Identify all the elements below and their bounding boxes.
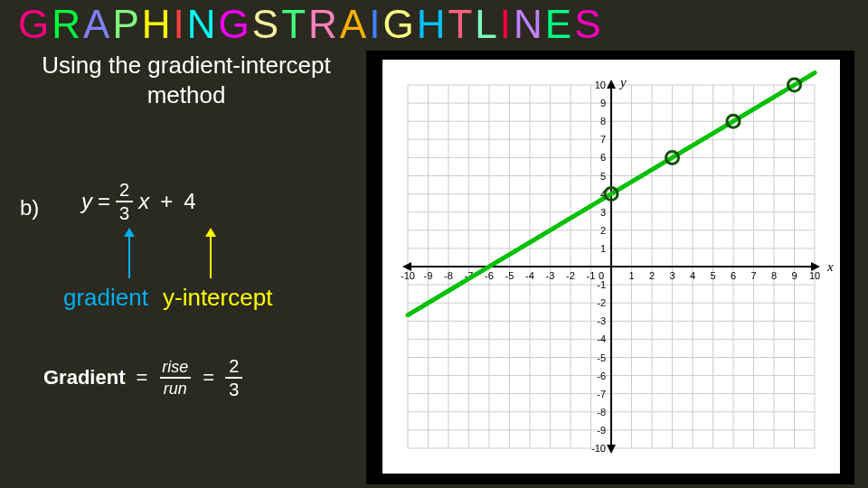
svg-text:5: 5: [600, 171, 606, 182]
three: 3: [225, 377, 242, 399]
svg-text:-2: -2: [566, 270, 575, 281]
arrow-gradient: [128, 235, 130, 278]
label-gradient: gradient: [63, 284, 148, 312]
svg-text:-2: -2: [597, 297, 606, 308]
svg-text:-9: -9: [424, 270, 433, 281]
svg-text:-10: -10: [591, 443, 606, 454]
graph-plot: -10-9-8-7-6-5-4-3-2-112345678910-10-9-8-…: [382, 60, 840, 474]
two: 2: [225, 357, 242, 377]
svg-text:3: 3: [600, 207, 606, 218]
equation-c: 4: [184, 189, 195, 214]
svg-text:1: 1: [628, 270, 634, 281]
equation-x: x: [138, 189, 149, 214]
fraction-num: 2: [116, 181, 133, 201]
svg-text:9: 9: [791, 270, 797, 281]
page-title: GRAPHING STRAIGHT LINES: [18, 2, 604, 47]
svg-text:-6: -6: [485, 270, 494, 281]
svg-text:7: 7: [600, 134, 606, 145]
formula-eq2: =: [203, 366, 214, 389]
svg-text:-1: -1: [587, 270, 596, 281]
svg-text:x: x: [826, 259, 834, 274]
svg-text:-3: -3: [546, 270, 555, 281]
svg-text:4: 4: [690, 270, 695, 281]
svg-text:6: 6: [600, 152, 606, 163]
svg-text:-6: -6: [597, 371, 606, 381]
label-yintercept: y-intercept: [163, 284, 272, 312]
two-thirds: 2 3: [225, 357, 242, 399]
svg-text:2: 2: [600, 225, 606, 236]
graph-container: -10-9-8-7-6-5-4-3-2-112345678910-10-9-8-…: [366, 51, 854, 484]
svg-text:-3: -3: [597, 315, 606, 326]
equation-slope-fraction: 2 3: [116, 181, 133, 222]
fraction-den: 3: [116, 201, 133, 222]
svg-text:-5: -5: [505, 270, 514, 281]
svg-text:-8: -8: [444, 270, 453, 281]
svg-text:2: 2: [649, 270, 655, 281]
svg-text:9: 9: [600, 98, 606, 108]
svg-text:1: 1: [600, 243, 606, 254]
formula-eq1: =: [136, 366, 147, 389]
svg-text:10: 10: [809, 270, 820, 281]
svg-marker-46: [607, 80, 616, 89]
svg-text:10: 10: [595, 80, 606, 90]
equation-plus: +: [160, 189, 173, 214]
svg-text:3: 3: [669, 270, 675, 281]
svg-text:7: 7: [750, 270, 756, 281]
gradient-formula: Gradient = rise run = 2 3: [43, 357, 242, 399]
svg-text:-9: -9: [597, 425, 606, 436]
svg-text:6: 6: [731, 270, 736, 281]
svg-text:8: 8: [771, 270, 777, 281]
svg-text:0: 0: [599, 270, 604, 281]
graph-svg: -10-9-8-7-6-5-4-3-2-112345678910-10-9-8-…: [382, 60, 840, 474]
equation-eq: =: [98, 189, 110, 214]
subtitle: Using the gradient-intercept method: [14, 51, 358, 109]
run: run: [160, 377, 191, 397]
svg-text:y: y: [618, 75, 627, 89]
rise-over-run: rise run: [158, 359, 192, 397]
svg-marker-47: [607, 445, 616, 454]
equation: y = 2 3 x + 4: [81, 181, 196, 222]
svg-text:8: 8: [600, 116, 606, 127]
svg-text:-7: -7: [597, 389, 606, 399]
svg-text:-8: -8: [597, 407, 606, 418]
equation-y: y: [81, 189, 92, 214]
svg-text:5: 5: [710, 270, 715, 281]
item-letter: b): [20, 195, 39, 221]
arrow-yintercept: [210, 235, 212, 278]
svg-text:-4: -4: [525, 270, 534, 281]
svg-text:-5: -5: [597, 352, 606, 363]
svg-text:-10: -10: [401, 270, 415, 281]
svg-text:-4: -4: [597, 333, 606, 344]
gradient-word: Gradient: [43, 366, 125, 389]
rise: rise: [158, 359, 192, 377]
